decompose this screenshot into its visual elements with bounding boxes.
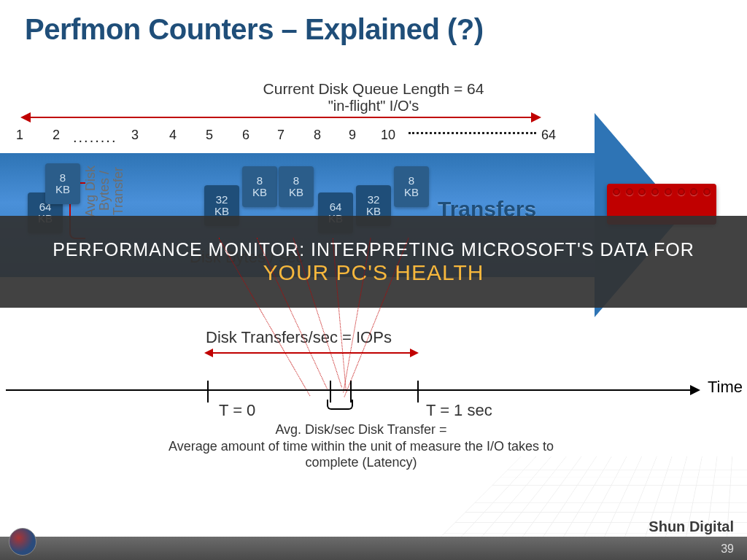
avg-desc-title: Avg. Disk/sec Disk Transfer =: [275, 422, 446, 437]
time-axis-label: Time: [708, 378, 743, 397]
overlay-line2: YOUR PC'S HEALTH: [263, 260, 484, 285]
scale-tick: 8: [314, 128, 321, 143]
io-block: 8KB: [279, 166, 314, 207]
t1-label: T = 1 sec: [426, 401, 492, 420]
scale-tick: 3: [131, 128, 139, 143]
ellipsis-icon: ········: [73, 132, 117, 149]
avg-disk-sec-transfer-desc: Avg. Disk/sec Disk Transfer = Average am…: [153, 421, 569, 471]
avg-desc-body: Average amount of time within the unit o…: [169, 439, 554, 470]
ellipsis-icon: [409, 132, 536, 134]
iops-width-arrow: [206, 352, 417, 354]
latency-bracket: [327, 400, 353, 410]
t0-label: T = 0: [219, 401, 255, 420]
queue-width-arrow: [22, 117, 540, 118]
tick-t0: [207, 381, 209, 402]
scale-tick: 4: [169, 128, 177, 143]
io-block: 8KB: [45, 163, 80, 204]
scale-tick: 7: [277, 128, 285, 143]
logo-icon: [9, 528, 36, 556]
io-block: 8KB: [394, 166, 429, 207]
overlay-line1: PERFORMANCE MONITOR: INTERPRETING MICROS…: [53, 239, 694, 260]
tick-t1: [417, 381, 419, 402]
scale-tick: 2: [53, 128, 60, 143]
avg-disk-bytes-transfer-label: Avg Disk Bytes / Transfer: [84, 162, 164, 220]
scale-tick: 64: [541, 128, 556, 143]
overlay-banner: PERFORMANCE MONITOR: INTERPRETING MICROS…: [0, 216, 747, 308]
slide-title: Perfmon Counters – Explained (?): [25, 13, 484, 46]
disk-transfers-sec-label: Disk Transfers/sec = IOPs: [206, 328, 392, 347]
scale-tick: 10: [381, 128, 395, 143]
scale-tick: 6: [242, 128, 249, 143]
queue-sub-label: "in-flight" I/O's: [0, 98, 747, 114]
queue-length-label: Current Disk Queue Length = 64: [0, 80, 747, 98]
time-axis: [6, 389, 699, 391]
page-number: 39: [721, 542, 734, 556]
scale-tick: 5: [206, 128, 213, 143]
scale-tick: 9: [349, 128, 356, 143]
io-block: 8KB: [242, 166, 277, 207]
brand-label: Shun Digital: [649, 518, 734, 535]
scale-tick: 1: [16, 128, 23, 143]
footer-bar: [0, 537, 747, 560]
